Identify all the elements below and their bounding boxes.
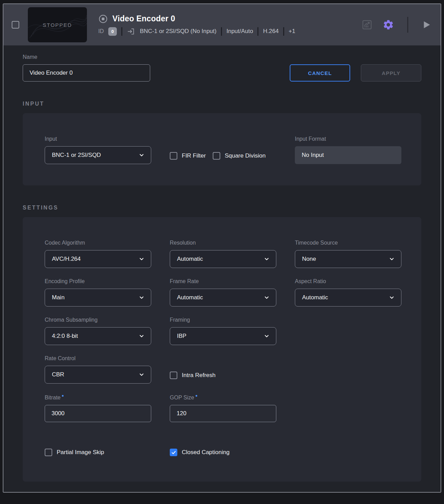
divider [283, 27, 284, 36]
timecode-source-label: Timecode Source [295, 240, 401, 246]
chevron-down-icon [389, 256, 395, 262]
breadcrumb: ID 0 BNC-1 or 2SI/SQD (No Input) Input/A… [98, 27, 295, 36]
input-format-value: No Input [295, 146, 401, 164]
input-format-label: Input Format [295, 136, 401, 142]
status-badge: STOPPED [43, 22, 72, 28]
resolution-label: Resolution [170, 240, 276, 246]
frame-rate-label: Frame Rate [170, 278, 276, 285]
divider [257, 27, 258, 36]
required-dot [196, 395, 197, 397]
divider [407, 17, 408, 33]
chroma-subsampling-label: Chroma Subsampling [45, 317, 151, 323]
chevron-down-icon [264, 333, 270, 339]
header-actions [361, 17, 432, 33]
divider [221, 27, 222, 36]
framing-select[interactable]: IBP [170, 327, 276, 345]
input-select[interactable]: BNC-1 or 2SI/SQD [45, 146, 151, 164]
meta-more-count[interactable]: +1 [289, 28, 295, 35]
meta-input-mode: Input/Auto [226, 28, 253, 35]
id-label: ID [98, 28, 104, 34]
name-label: Name [23, 54, 150, 60]
encoder-card: STOPPED Video Encoder 0 ID 0 [3, 3, 441, 493]
framing-label: Framing [170, 317, 276, 323]
encoder-form: Name CANCEL APPLY INPUT Input BNC-1 or 2… [3, 45, 441, 492]
input-panel: Input BNC-1 or 2SI/SQD FIR Filter [23, 113, 421, 185]
encoding-profile-label: Encoding Profile [45, 278, 151, 285]
square-division-checkbox[interactable] [213, 152, 220, 160]
closed-captioning-label: Closed Captioning [182, 449, 230, 456]
stats-chart-icon[interactable] [361, 19, 373, 31]
rate-control-select[interactable]: CBR [45, 366, 151, 384]
codec-algorithm-select[interactable]: AVC/H.264 [45, 250, 151, 268]
timecode-source-select[interactable]: None [295, 250, 401, 268]
play-icon[interactable] [421, 20, 432, 30]
rate-control-label: Rate Control [45, 355, 151, 362]
resolution-select[interactable]: Automatic [170, 250, 276, 268]
encoder-header: STOPPED Video Encoder 0 ID 0 [3, 4, 441, 45]
chevron-down-icon [389, 294, 395, 301]
encoder-title: Video Encoder 0 [112, 14, 175, 23]
chevron-down-icon [264, 256, 270, 262]
settings-panel: Codec Algorithm AVC/H.264 Resolution Aut… [23, 217, 421, 482]
aspect-ratio-label: Aspect Ratio [295, 278, 401, 285]
title-block: Video Encoder 0 ID 0 BNC-1 or 2SI/SQD (N… [98, 14, 295, 36]
name-row: Name CANCEL APPLY [23, 54, 421, 82]
bitrate-input[interactable] [45, 405, 151, 422]
chevron-down-icon [138, 372, 145, 378]
page-background: STOPPED Video Encoder 0 ID 0 [0, 0, 444, 504]
cancel-button[interactable]: CANCEL [290, 64, 350, 82]
partial-image-skip-label: Partial Image Skip [57, 449, 104, 456]
input-section-title: INPUT [23, 101, 421, 107]
chevron-down-icon [138, 294, 145, 301]
gear-icon[interactable] [382, 19, 394, 31]
square-division-label: Square Division [225, 152, 266, 159]
id-badge: 0 [108, 27, 117, 36]
intra-refresh-label: Intra Refresh [182, 372, 215, 379]
chevron-down-icon [264, 294, 270, 301]
bitrate-label: Bitrate [45, 395, 151, 401]
required-dot [62, 395, 64, 397]
encoding-profile-select[interactable]: Main [45, 289, 151, 307]
fir-filter-checkbox[interactable] [170, 152, 177, 160]
aspect-ratio-select[interactable]: Automatic [295, 289, 401, 307]
chevron-down-icon [138, 152, 145, 158]
select-encoder-checkbox[interactable] [12, 21, 19, 29]
partial-image-skip-checkbox[interactable] [45, 449, 52, 456]
stop-circle-icon [98, 14, 108, 24]
gop-size-input[interactable] [170, 405, 276, 422]
chroma-subsampling-select[interactable]: 4:2:0 8-bit [45, 327, 151, 345]
chevron-down-icon [138, 333, 145, 339]
codec-algorithm-label: Codec Algorithm [45, 240, 151, 246]
meta-codec: H.264 [263, 28, 278, 35]
closed-captioning-checkbox[interactable] [170, 449, 177, 456]
divider [121, 27, 122, 36]
input-source-icon [127, 27, 135, 36]
fir-filter-label: FIR Filter [182, 152, 206, 159]
preview-thumbnail: STOPPED [28, 7, 87, 42]
intra-refresh-checkbox[interactable] [170, 372, 177, 379]
source-text: BNC-1 or 2SI/SQD (No Input) [140, 28, 217, 35]
gop-size-label: GOP Size [170, 395, 276, 401]
input-label: Input [45, 136, 151, 142]
frame-rate-select[interactable]: Automatic [170, 289, 276, 307]
settings-section-title: SETTINGS [23, 205, 421, 211]
chevron-down-icon [138, 256, 145, 262]
apply-button[interactable]: APPLY [361, 64, 421, 82]
name-input[interactable] [23, 64, 150, 82]
